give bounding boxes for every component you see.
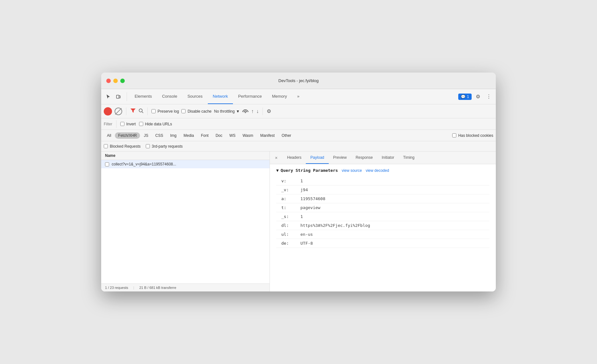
param-row-a: a: 1195574608 — [276, 194, 489, 203]
filter-ws[interactable]: WS — [226, 132, 239, 139]
tab-network[interactable]: Network — [208, 89, 233, 104]
status-bar: 1 / 23 requests | 21 B / 681 kB transfer… — [101, 284, 270, 291]
section-title: ▼ Query String Parameters — [276, 168, 338, 173]
separator2 — [147, 108, 148, 115]
svg-rect-0 — [116, 95, 119, 98]
detail-tab-timing[interactable]: Timing — [399, 151, 419, 164]
preserve-log-checkbox[interactable]: Preserve log — [151, 109, 179, 114]
filter-js[interactable]: JS — [141, 132, 151, 139]
hide-data-urls-checkbox[interactable]: Hide data URLs — [139, 122, 172, 126]
transfer-size: 21 B / 681 kB transferre — [139, 286, 176, 290]
request-checkbox[interactable] — [105, 162, 109, 166]
param-row-_s: _s: 1 — [276, 212, 489, 221]
upload-icon[interactable]: ↑ — [251, 108, 254, 114]
view-decoded-link[interactable]: view decoded — [366, 168, 389, 173]
maximize-button[interactable] — [120, 79, 125, 83]
request-item[interactable]: collect?v=1&_v=j94&a=1195574608... — [101, 160, 270, 168]
blocked-requests-checkbox[interactable]: Blocked Requests — [104, 144, 141, 149]
record-button[interactable] — [104, 107, 112, 116]
cursor-icon[interactable] — [104, 92, 113, 101]
toolbar-right: 💬 1 ⚙ ⋮ — [458, 92, 493, 101]
separator — [126, 108, 126, 115]
tab-more[interactable]: » — [292, 89, 305, 104]
nav-tabs: Elements Console Sources Network Perform… — [130, 89, 458, 104]
filter-wasm[interactable]: Wasm — [239, 132, 256, 139]
filter-img[interactable]: Img — [167, 132, 180, 139]
param-row-de: de: UTF-8 — [276, 239, 489, 248]
detail-tab-preview[interactable]: Preview — [329, 151, 351, 164]
blocked-row: Blocked Requests 3rd-party requests — [101, 141, 496, 151]
param-row-dl: dl: https%3A%2F%2Fjec.fyi%2Fblog — [276, 221, 489, 230]
window-title: DevTools - jec.fyi/blog — [278, 78, 319, 83]
request-list-header: Name — [101, 151, 270, 160]
separator3 — [263, 108, 263, 115]
svg-rect-1 — [119, 96, 120, 98]
filter-doc[interactable]: Doc — [212, 132, 225, 139]
settings-icon[interactable]: ⚙ — [474, 92, 482, 101]
disable-cache-checkbox[interactable]: Disable cache — [181, 109, 211, 114]
filter-icon[interactable] — [130, 108, 136, 115]
console-badge-button[interactable]: 💬 1 — [458, 94, 472, 100]
throttle-dropdown[interactable]: No throttling ▼ — [214, 109, 240, 114]
device-toolbar-icon[interactable] — [114, 92, 123, 101]
invert-checkbox[interactable]: Invert — [120, 122, 136, 126]
detail-tabs: × Headers Payload Preview Response Initi… — [270, 151, 496, 164]
filter-manifest[interactable]: Manifest — [257, 132, 278, 139]
section-header: ▼ Query String Parameters view source vi… — [276, 168, 489, 173]
network-toolbar: Preserve log Disable cache No throttling… — [101, 104, 496, 118]
filter-css[interactable]: CSS — [152, 132, 166, 139]
filter-media[interactable]: Media — [180, 132, 197, 139]
filter-fetch-xhr[interactable]: Fetch/XHR — [115, 132, 140, 139]
param-row-v: v: 1 — [276, 177, 489, 186]
tab-performance[interactable]: Performance — [233, 89, 267, 104]
tab-elements[interactable]: Elements — [130, 89, 157, 104]
search-icon[interactable] — [138, 108, 144, 115]
more-options-icon[interactable]: ⋮ — [484, 92, 493, 101]
third-party-checkbox[interactable]: 3rd-party requests — [146, 144, 183, 149]
has-blocked-cookies-checkbox[interactable] — [452, 133, 456, 137]
detail-tab-payload[interactable]: Payload — [306, 151, 328, 164]
download-icon[interactable]: ↓ — [256, 108, 259, 114]
network-settings-icon[interactable]: ⚙ — [267, 108, 271, 114]
param-row-_v: _v: j94 — [276, 186, 489, 194]
wifi-settings-icon[interactable] — [242, 108, 249, 114]
tab-console[interactable]: Console — [157, 89, 182, 104]
detail-tab-initiator[interactable]: Initiator — [377, 151, 398, 164]
request-list-panel: Name collect?v=1&_v=j94&a=1195574608... … — [101, 151, 270, 291]
filter-row: Filter Invert Hide data URLs — [101, 118, 496, 130]
detail-panel: × Headers Payload Preview Response Initi… — [270, 151, 496, 291]
toolbar-icons — [104, 92, 127, 101]
requests-count: 1 / 23 requests — [105, 286, 128, 290]
filter-type-row: All Fetch/XHR JS CSS Img Media Font Doc … — [101, 130, 496, 141]
filter-label: Filter — [104, 122, 112, 126]
main-toolbar: Elements Console Sources Network Perform… — [101, 89, 496, 104]
tab-sources[interactable]: Sources — [182, 89, 208, 104]
svg-line-3 — [142, 112, 143, 113]
filter-font[interactable]: Font — [198, 132, 212, 139]
filter-other[interactable]: Other — [278, 132, 294, 139]
detail-tab-response[interactable]: Response — [351, 151, 377, 164]
minimize-button[interactable] — [113, 79, 118, 83]
view-source-link[interactable]: view source — [342, 168, 362, 173]
close-button[interactable] — [106, 79, 111, 83]
request-name: collect?v=1&_v=j94&a=1195574608... — [112, 162, 176, 166]
clear-button[interactable] — [115, 108, 122, 115]
traffic-lights — [106, 79, 125, 83]
filter-all[interactable]: All — [104, 132, 114, 139]
filter-controls: Invert Hide data URLs — [120, 122, 172, 126]
main-content: Name collect?v=1&_v=j94&a=1195574608... … — [101, 151, 496, 291]
tab-memory[interactable]: Memory — [267, 89, 292, 104]
request-list-body[interactable]: collect?v=1&_v=j94&a=1195574608... — [101, 160, 270, 284]
param-row-t: t: pageview — [276, 203, 489, 212]
svg-point-2 — [139, 109, 142, 112]
param-row-ul: ul: en-us — [276, 230, 489, 239]
filter-sep — [116, 120, 116, 128]
close-detail-button[interactable]: × — [272, 154, 280, 162]
detail-body[interactable]: ▼ Query String Parameters view source vi… — [270, 164, 496, 291]
detail-tab-headers[interactable]: Headers — [283, 151, 306, 164]
titlebar: DevTools - jec.fyi/blog — [101, 73, 496, 89]
has-blocked-cookies-label: Has blocked cookies — [452, 133, 493, 138]
devtools-window: DevTools - jec.fyi/blog Elements Console — [101, 73, 496, 291]
